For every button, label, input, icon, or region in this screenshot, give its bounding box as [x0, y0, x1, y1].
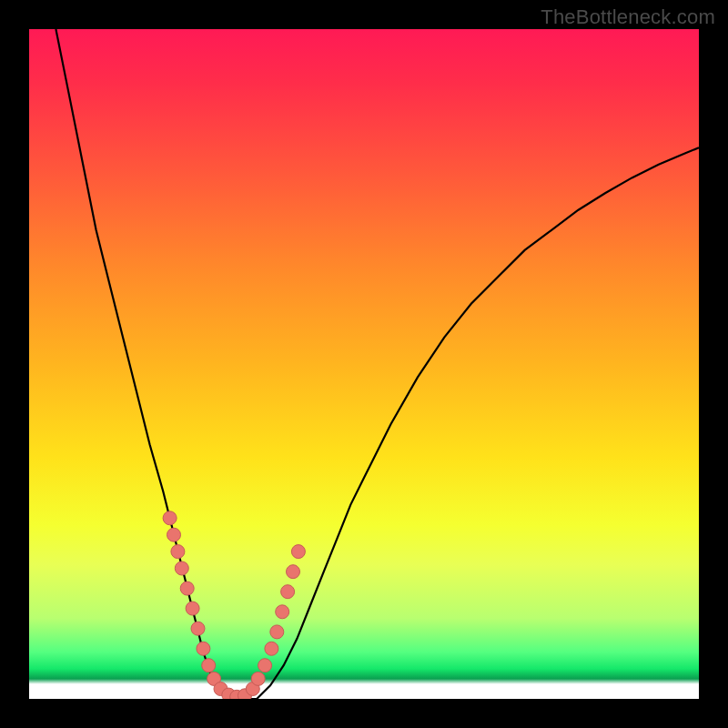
data-marker — [163, 511, 177, 525]
data-marker — [180, 581, 194, 595]
data-marker — [202, 659, 216, 672]
chart-frame: TheBottleneck.com — [0, 0, 728, 728]
data-marker — [270, 625, 284, 639]
data-markers — [163, 511, 305, 699]
data-marker — [171, 545, 185, 559]
watermark-text: TheBottleneck.com — [541, 5, 715, 29]
data-marker — [191, 622, 205, 635]
data-marker — [265, 642, 278, 655]
curve-layer — [29, 29, 699, 699]
data-marker — [287, 565, 300, 579]
data-marker — [251, 672, 265, 685]
data-marker — [258, 659, 272, 672]
data-marker — [197, 642, 210, 655]
data-marker — [291, 545, 305, 559]
data-marker — [175, 561, 188, 575]
data-marker — [167, 528, 181, 541]
data-marker — [276, 605, 289, 619]
data-marker — [281, 585, 295, 599]
plot-area — [29, 29, 699, 699]
bottleneck-curve — [56, 29, 699, 699]
data-marker — [186, 602, 199, 615]
